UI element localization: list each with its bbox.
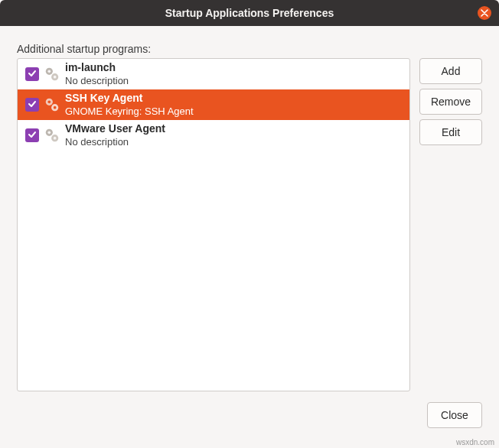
item-description: No description	[65, 75, 129, 87]
checkbox[interactable]	[25, 98, 39, 112]
checkbox[interactable]	[25, 67, 39, 81]
check-icon	[28, 68, 37, 80]
svg-point-5	[48, 101, 51, 104]
remove-button[interactable]: Remove	[419, 89, 482, 115]
edit-button[interactable]: Edit	[419, 119, 482, 145]
side-buttons: Add Remove Edit	[419, 58, 482, 391]
svg-point-9	[48, 131, 51, 135]
watermark: wsxdn.com	[456, 438, 494, 446]
svg-point-1	[48, 70, 51, 73]
check-icon	[28, 129, 37, 141]
section-label: Additional startup programs:	[17, 43, 482, 55]
item-name: VMware User Agent	[65, 122, 165, 136]
close-button[interactable]: Close	[427, 402, 482, 428]
check-icon	[28, 99, 37, 111]
gears-icon	[44, 96, 60, 113]
titlebar: Startup Applications Preferences	[0, 0, 499, 26]
svg-point-3	[54, 76, 57, 79]
gears-icon	[44, 66, 60, 83]
svg-point-11	[54, 137, 57, 140]
startup-programs-list[interactable]: im-launch No description SSH Key Agent G…	[17, 58, 410, 391]
item-name: SSH Key Agent	[65, 92, 194, 106]
list-item[interactable]: VMware User Agent No description	[18, 120, 409, 151]
footer: Close	[17, 402, 482, 428]
list-item[interactable]: SSH Key Agent GNOME Keyring: SSH Agent	[18, 89, 409, 120]
gears-icon	[44, 127, 60, 144]
add-button[interactable]: Add	[419, 58, 482, 84]
svg-point-7	[54, 106, 57, 109]
close-icon	[481, 7, 488, 19]
item-name: im-launch	[65, 61, 129, 75]
item-description: GNOME Keyring: SSH Agent	[65, 106, 194, 118]
content-area: Additional startup programs: im-launch N…	[0, 26, 499, 448]
window-title: Startup Applications Preferences	[165, 7, 334, 19]
checkbox[interactable]	[25, 128, 39, 142]
list-item[interactable]: im-launch No description	[18, 59, 409, 89]
close-window-button[interactable]	[478, 6, 491, 20]
item-description: No description	[65, 136, 165, 148]
